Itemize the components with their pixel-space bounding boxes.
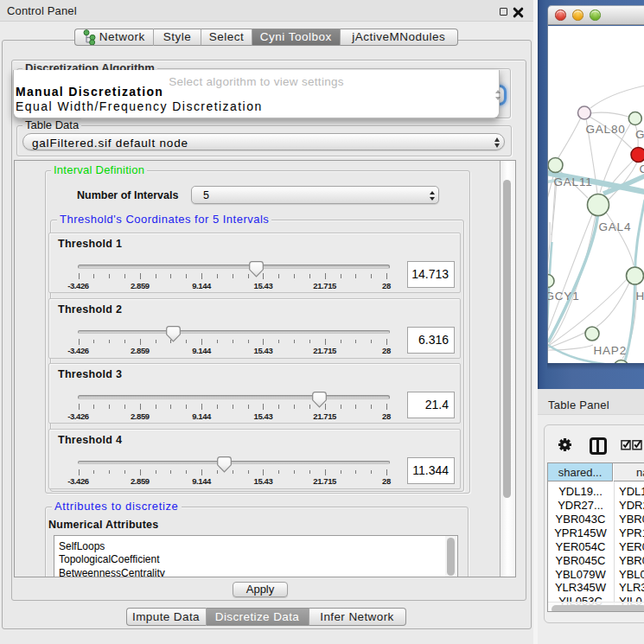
- svg-text:GAL4: GAL4: [599, 220, 632, 233]
- svg-text:HAP2: HAP2: [594, 344, 627, 357]
- svg-text:GAL80: GAL80: [586, 123, 626, 136]
- svg-text:GAL11: GAL11: [554, 175, 593, 188]
- svg-text:C: C: [640, 163, 644, 175]
- svg-text:GCY1: GCY1: [548, 290, 579, 303]
- svg-text:GA: GA: [635, 128, 644, 141]
- svg-text:H: H: [636, 290, 644, 303]
